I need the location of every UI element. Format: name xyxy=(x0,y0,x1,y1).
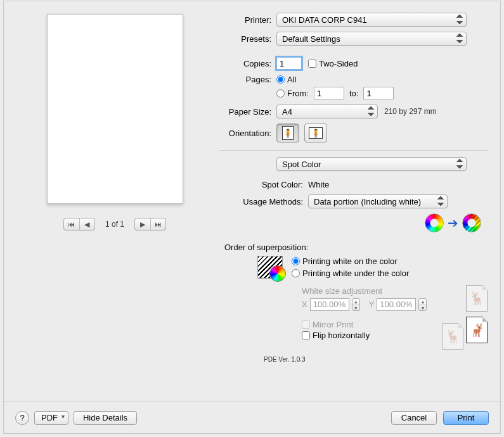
arrow-right-icon: ➔ xyxy=(444,215,462,231)
page-count-label: 1 of 1 xyxy=(99,220,131,229)
color-ring-after-icon xyxy=(462,213,481,232)
flip-label: Flip horizontally xyxy=(313,331,370,340)
adj-y-label: Y xyxy=(369,300,375,309)
pages-group: All From: to: xyxy=(276,75,394,99)
cancel-button[interactable]: Cancel xyxy=(391,411,437,425)
dialog-body: ⏮ ◀ 1 of 1 ▶ ⏭ Printer: OKI DATA CORP C9… xyxy=(4,1,500,381)
mirror-checkbox xyxy=(302,320,310,329)
print-label: Print xyxy=(458,413,475,422)
adj-x-label: X xyxy=(302,300,307,309)
paper-size-value: A4 xyxy=(276,104,378,118)
pages-all-radio[interactable] xyxy=(276,75,285,84)
presets-value: Default Settings xyxy=(276,32,467,46)
version-label: PDE Ver. 1.0.3 xyxy=(264,356,488,363)
copies-input[interactable] xyxy=(276,57,302,70)
printer-label: Printer: xyxy=(219,15,276,25)
presets-select[interactable]: Default Settings xyxy=(276,32,467,46)
hide-details-button[interactable]: Hide Details xyxy=(74,411,137,425)
flip-preview-dim-icon: 🦌 xyxy=(442,323,463,350)
page-preview xyxy=(47,14,183,204)
flip-checkbox[interactable] xyxy=(302,331,310,339)
hide-details-label: Hide Details xyxy=(83,413,127,422)
preview-pane: ⏮ ◀ 1 of 1 ▶ ⏭ xyxy=(16,13,213,381)
dialog-footer: ? PDF Hide Details Cancel Print xyxy=(4,402,500,433)
print-dialog: ⏮ ◀ 1 of 1 ▶ ⏭ Printer: OKI DATA CORP C9… xyxy=(4,1,500,433)
prev-page-button[interactable]: ◀ xyxy=(79,218,94,230)
pager: ⏮ ◀ 1 of 1 ▶ ⏭ xyxy=(63,218,166,231)
pages-label: Pages: xyxy=(219,75,276,84)
two-sided-label: Two-Sided xyxy=(319,59,358,68)
flip-preview-icon: 🦌 xyxy=(466,317,488,343)
order-radio-group: Printing white on the color Printing whi… xyxy=(292,256,409,278)
orientation-portrait-icon: 🧍 xyxy=(282,126,294,140)
settings-pane: Printer: OKI DATA CORP C941 Presets: Def… xyxy=(213,13,488,381)
help-button[interactable]: ? xyxy=(15,411,29,425)
pages-all-label: All xyxy=(287,75,296,84)
next-page-button[interactable]: ▶ xyxy=(135,218,150,230)
order-on-radio[interactable] xyxy=(292,257,300,265)
two-sided-checkbox[interactable] xyxy=(308,60,316,68)
usage-methods-label: Usage Methods: xyxy=(219,197,308,206)
adj-x-stepper: ▲▼ xyxy=(352,298,360,311)
pages-from-label: From: xyxy=(287,89,309,98)
pager-fwd-group: ▶ ⏭ xyxy=(134,218,166,231)
pages-to-input[interactable] xyxy=(363,87,394,99)
printer-value: OKI DATA CORP C941 xyxy=(276,13,467,27)
paper-size-select[interactable]: A4 xyxy=(276,104,378,118)
adj-y-input xyxy=(377,298,416,311)
spot-color-label: Spot Color: xyxy=(219,180,308,189)
mirror-label: Mirror Print xyxy=(313,320,353,329)
copies-label: Copies: xyxy=(219,59,276,68)
adj-x-input xyxy=(310,298,349,311)
orientation-label: Orientation: xyxy=(219,129,276,138)
divider-1 xyxy=(219,150,488,151)
order-under-radio[interactable] xyxy=(292,269,300,277)
paper-size-hint: 210 by 297 mm xyxy=(384,107,437,116)
pages-to-label: to: xyxy=(344,89,363,98)
color-ring-before-icon xyxy=(425,213,444,232)
print-button[interactable]: Print xyxy=(443,411,489,425)
printer-select[interactable]: OKI DATA CORP C941 xyxy=(276,13,467,27)
section-select[interactable]: Spot Color xyxy=(276,157,467,171)
orientation-landscape-button[interactable]: 🧍 xyxy=(304,124,327,142)
orientation-landscape-icon: 🧍 xyxy=(309,127,323,139)
orientation-group: 🧍 🧍 xyxy=(276,124,327,142)
last-page-button[interactable]: ⏭ xyxy=(150,218,165,230)
paper-size-label: Paper Size: xyxy=(219,107,276,117)
pdf-menu-button[interactable]: PDF xyxy=(34,411,68,425)
spot-color-value: White xyxy=(308,180,329,189)
presets-label: Presets: xyxy=(219,34,276,44)
first-page-button[interactable]: ⏮ xyxy=(64,218,79,230)
usage-methods-value: Data portion (Including white) xyxy=(308,194,448,208)
cancel-label: Cancel xyxy=(401,413,427,422)
pager-back-group: ⏮ ◀ xyxy=(63,218,95,231)
pdf-button-label: PDF xyxy=(41,413,58,422)
white-adj-label: White size adjustment xyxy=(302,286,466,296)
section-value: Spot Color xyxy=(276,157,467,171)
white-adj-preview-icon: 🦌 xyxy=(466,285,488,312)
orientation-portrait-button[interactable]: 🧍 xyxy=(276,124,299,142)
order-under-label: Printing white under the color xyxy=(302,269,409,278)
adj-y-stepper: ▲▼ xyxy=(418,298,427,311)
superposition-icon xyxy=(257,256,283,279)
order-on-label: Printing white on the color xyxy=(302,256,397,266)
order-label: Order of superposition: xyxy=(224,243,488,252)
pages-from-input[interactable] xyxy=(314,87,344,99)
usage-methods-select[interactable]: Data portion (Including white) xyxy=(308,194,448,208)
pages-range-radio[interactable] xyxy=(276,89,285,98)
